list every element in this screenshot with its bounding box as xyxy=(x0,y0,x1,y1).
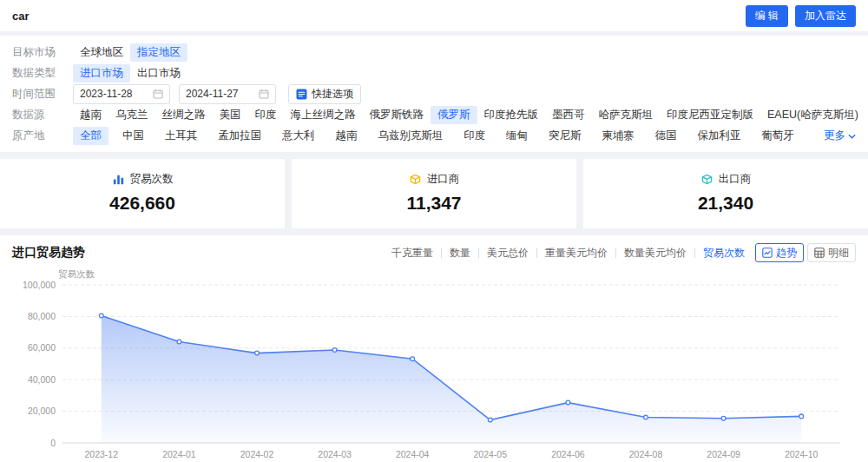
svg-text:2024-10: 2024-10 xyxy=(785,449,819,459)
data-type-option[interactable]: 进口市场 xyxy=(73,64,130,82)
svg-text:20,000: 20,000 xyxy=(28,406,56,416)
stat-card-2: 进口商11,347 xyxy=(292,159,576,228)
data-point[interactable] xyxy=(721,416,726,420)
filter-row-target-market: 目标市场 全球地区指定地区 xyxy=(12,42,856,63)
origin-option[interactable]: 全部 xyxy=(73,127,108,145)
data-point[interactable] xyxy=(255,351,260,355)
data-source-options: 越南乌克兰丝绸之路美国印度海上丝绸之路俄罗斯铁路俄罗斯印度抢先版墨西哥哈萨克斯坦… xyxy=(73,106,868,124)
chart-header: 进口贸易趋势 千克重量数量美元总价重量美元均价数量美元均价贸易次数 趋势 明细 xyxy=(0,235,868,266)
bar-chart-icon xyxy=(112,173,125,186)
origin-option[interactable]: 越南 xyxy=(328,127,364,145)
svg-text:40,000: 40,000 xyxy=(28,374,56,385)
filter-row-time-range: 时间范围 2023-11-28 2024-11-27 快捷选项 xyxy=(12,83,856,104)
data-source-option[interactable]: 哈萨克斯坦 xyxy=(592,106,661,124)
exporter-icon xyxy=(700,173,713,186)
metric-switcher: 千克重量数量美元总价重量美元均价数量美元均价贸易次数 xyxy=(391,246,745,261)
data-point[interactable] xyxy=(566,400,570,405)
metric-option[interactable]: 美元总价 xyxy=(487,246,529,261)
filter-row-data-source: 数据源 越南乌克兰丝绸之路美国印度海上丝绸之路俄罗斯铁路俄罗斯印度抢先版墨西哥哈… xyxy=(12,104,856,125)
data-point[interactable] xyxy=(177,340,181,344)
data-source-option[interactable]: 墨西哥 xyxy=(545,106,592,124)
origin-option[interactable]: 土耳其 xyxy=(158,127,205,145)
view-toggle-group: 趋势 明细 xyxy=(755,243,856,262)
origin-option[interactable]: 柬埔寨 xyxy=(595,127,641,145)
data-point[interactable] xyxy=(411,357,415,361)
target-market-option[interactable]: 指定地区 xyxy=(130,43,187,62)
data-source-option[interactable]: 海上丝绸之路 xyxy=(284,106,363,124)
svg-text:0: 0 xyxy=(50,438,56,448)
origin-option[interactable]: 孟加拉国 xyxy=(211,127,268,145)
filter-row-data-type: 数据类型 进口市场出口市场 xyxy=(12,63,856,83)
origin-options: 全部中国土耳其孟加拉国意大利越南乌兹别克斯坦印度缅甸突尼斯柬埔寨德国保加利亚葡萄… xyxy=(73,127,824,145)
metric-option[interactable]: 贸易次数 xyxy=(703,246,745,261)
origin-option[interactable]: 乌兹别克斯坦 xyxy=(371,127,450,145)
svg-text:80,000: 80,000 xyxy=(28,311,56,321)
stat-label: 出口商 xyxy=(719,172,752,187)
origin-label: 原产地 xyxy=(12,129,73,143)
trend-view-button[interactable]: 趋势 xyxy=(755,243,804,262)
data-point[interactable] xyxy=(799,414,804,419)
stat-card-1: 贸易次数426,660 xyxy=(0,159,285,228)
trend-chart: 020,00040,00060,00080,000100,000贸易次数2023… xyxy=(12,267,856,462)
metric-divider xyxy=(441,248,442,258)
data-type-option[interactable]: 出口市场 xyxy=(130,64,187,82)
data-point[interactable] xyxy=(99,314,103,318)
origin-option[interactable]: 突尼斯 xyxy=(542,127,589,145)
data-source-option[interactable]: 印度尼西亚定制版 xyxy=(660,106,760,124)
data-source-option[interactable]: EAEU(哈萨克斯坦) xyxy=(760,106,865,124)
add-radar-button[interactable]: 加入雷达 xyxy=(795,5,856,27)
stat-label: 进口商 xyxy=(427,172,460,187)
origin-option[interactable]: 中国 xyxy=(115,127,151,145)
data-source-option[interactable]: 俄罗斯铁路 xyxy=(363,106,431,124)
metric-option[interactable]: 重量美元均价 xyxy=(545,246,608,261)
topbar: car 编 辑 加入雷达 xyxy=(0,0,868,31)
metric-option[interactable]: 数量美元均价 xyxy=(624,246,687,261)
origin-option[interactable]: 意大利 xyxy=(275,127,322,145)
data-type-label: 数据类型 xyxy=(12,66,73,81)
origin-more-link[interactable]: 更多 xyxy=(824,129,856,143)
stat-card-3: 出口商21,340 xyxy=(583,159,868,228)
quick-options-button[interactable]: 快捷选项 xyxy=(288,84,361,104)
stat-value: 11,347 xyxy=(292,193,576,214)
stat-value: 426,660 xyxy=(0,193,285,214)
origin-option[interactable]: 德国 xyxy=(648,127,684,145)
edit-button[interactable]: 编 辑 xyxy=(746,5,788,27)
data-point[interactable] xyxy=(644,415,648,419)
quick-options-icon xyxy=(296,89,307,100)
chart-panel: 进口贸易趋势 千克重量数量美元总价重量美元均价数量美元均价贸易次数 趋势 明细 … xyxy=(0,235,868,462)
data-source-option[interactable]: 乌克兰 xyxy=(108,106,155,124)
svg-text:2024-01: 2024-01 xyxy=(162,449,196,459)
origin-option[interactable]: 保加利亚 xyxy=(691,127,748,145)
page-title: car xyxy=(12,10,30,23)
metric-divider xyxy=(694,248,695,258)
stats-row: 贸易次数426,660进口商11,347出口商21,340 xyxy=(0,159,868,228)
data-source-option[interactable]: 丝绸之路 xyxy=(155,106,213,124)
origin-option[interactable]: 印度 xyxy=(457,127,492,145)
metric-option[interactable]: 数量 xyxy=(450,246,470,261)
data-source-option[interactable]: 越南 xyxy=(73,106,108,124)
data-source-option[interactable]: 印度抢先版 xyxy=(477,106,546,124)
svg-text:2024-04: 2024-04 xyxy=(396,449,430,459)
origin-option[interactable]: 缅甸 xyxy=(499,127,535,145)
data-source-option[interactable]: 俄罗斯 xyxy=(431,106,477,124)
end-date-input[interactable]: 2024-11-27 xyxy=(179,84,276,104)
target-market-option[interactable]: 全球地区 xyxy=(73,43,130,62)
metric-divider xyxy=(536,248,537,258)
svg-text:2024-02: 2024-02 xyxy=(240,449,274,459)
data-point[interactable] xyxy=(332,348,337,353)
svg-text:2024-06: 2024-06 xyxy=(551,449,585,459)
svg-text:2023-12: 2023-12 xyxy=(85,449,119,459)
metric-option[interactable]: 千克重量 xyxy=(391,246,433,261)
data-source-option[interactable]: 美国 xyxy=(213,106,248,124)
calendar-icon xyxy=(259,89,269,99)
data-source-option[interactable]: 印度 xyxy=(248,106,284,124)
svg-text:2024-08: 2024-08 xyxy=(629,449,663,459)
origin-option[interactable]: 葡萄牙 xyxy=(754,127,801,145)
metric-divider xyxy=(615,248,616,258)
start-date-value: 2023-11-28 xyxy=(80,88,133,100)
detail-view-button[interactable]: 明细 xyxy=(807,243,856,262)
start-date-input[interactable]: 2023-11-28 xyxy=(73,84,170,104)
filter-panel: 目标市场 全球地区指定地区 数据类型 进口市场出口市场 时间范围 2023-11… xyxy=(0,36,868,152)
importer-icon xyxy=(409,173,422,186)
data-point[interactable] xyxy=(488,418,492,422)
